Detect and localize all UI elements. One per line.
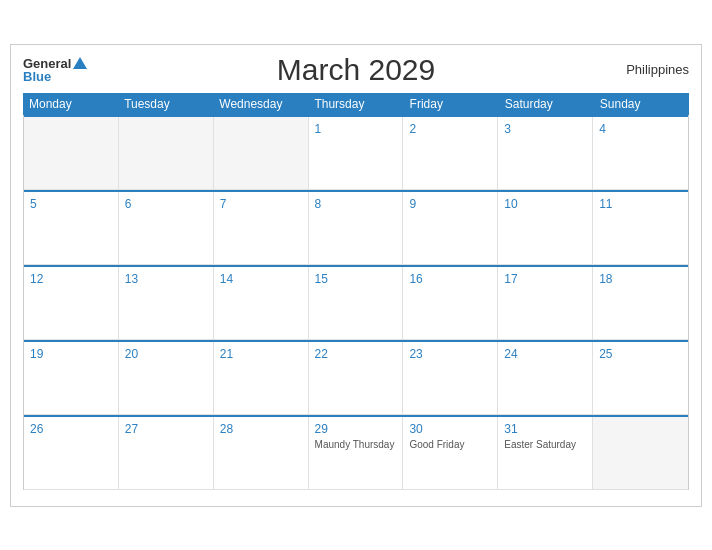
- day-cell: 30Good Friday: [403, 417, 498, 489]
- day-number: 7: [220, 197, 302, 211]
- day-cell: 3: [498, 117, 593, 189]
- country-label: Philippines: [626, 62, 689, 77]
- day-number: 18: [599, 272, 682, 286]
- day-number: 6: [125, 197, 207, 211]
- day-header-tuesday: Tuesday: [118, 93, 213, 115]
- day-number: 17: [504, 272, 586, 286]
- calendar-grid: 1234567891011121314151617181920212223242…: [23, 115, 689, 490]
- day-cell: 28: [214, 417, 309, 489]
- week-row-5: 26272829Maundy Thursday30Good Friday31Ea…: [24, 415, 688, 490]
- day-cell: 29Maundy Thursday: [309, 417, 404, 489]
- day-cell: 31Easter Saturday: [498, 417, 593, 489]
- day-cell: 23: [403, 342, 498, 414]
- day-header-monday: Monday: [23, 93, 118, 115]
- day-cell: 27: [119, 417, 214, 489]
- day-cell: 12: [24, 267, 119, 339]
- day-cell: 22: [309, 342, 404, 414]
- day-cell: 6: [119, 192, 214, 264]
- day-header-saturday: Saturday: [499, 93, 594, 115]
- day-event: Easter Saturday: [504, 438, 586, 451]
- day-number: 24: [504, 347, 586, 361]
- day-number: 5: [30, 197, 112, 211]
- logo-blue-text: Blue: [23, 70, 87, 83]
- week-row-2: 567891011: [24, 190, 688, 265]
- week-row-4: 19202122232425: [24, 340, 688, 415]
- day-cell: 1: [309, 117, 404, 189]
- day-number: 14: [220, 272, 302, 286]
- day-number: 22: [315, 347, 397, 361]
- day-cell: [24, 117, 119, 189]
- day-cell: 17: [498, 267, 593, 339]
- day-number: 27: [125, 422, 207, 436]
- day-number: 8: [315, 197, 397, 211]
- day-number: 29: [315, 422, 397, 436]
- week-row-3: 12131415161718: [24, 265, 688, 340]
- calendar-header: General Blue March 2029 Philippines: [23, 57, 689, 83]
- day-number: 19: [30, 347, 112, 361]
- day-headers-row: MondayTuesdayWednesdayThursdayFridaySatu…: [23, 93, 689, 115]
- day-cell: 16: [403, 267, 498, 339]
- day-number: 2: [409, 122, 491, 136]
- day-number: 9: [409, 197, 491, 211]
- day-header-sunday: Sunday: [594, 93, 689, 115]
- calendar-title: March 2029: [277, 53, 435, 87]
- day-cell: 7: [214, 192, 309, 264]
- day-number: 21: [220, 347, 302, 361]
- day-number: 30: [409, 422, 491, 436]
- day-cell: 4: [593, 117, 688, 189]
- day-event: Maundy Thursday: [315, 438, 397, 451]
- logo: General Blue: [23, 57, 87, 83]
- logo-general-text: General: [23, 57, 71, 70]
- day-number: 16: [409, 272, 491, 286]
- day-cell: 26: [24, 417, 119, 489]
- day-cell: 20: [119, 342, 214, 414]
- day-cell: 24: [498, 342, 593, 414]
- day-number: 25: [599, 347, 682, 361]
- day-header-friday: Friday: [404, 93, 499, 115]
- day-cell: 2: [403, 117, 498, 189]
- day-cell: 19: [24, 342, 119, 414]
- day-cell: 25: [593, 342, 688, 414]
- day-number: 15: [315, 272, 397, 286]
- day-cell: 5: [24, 192, 119, 264]
- day-cell: 14: [214, 267, 309, 339]
- day-header-wednesday: Wednesday: [213, 93, 308, 115]
- day-number: 26: [30, 422, 112, 436]
- day-cell: 10: [498, 192, 593, 264]
- day-cell: 15: [309, 267, 404, 339]
- day-cell: 9: [403, 192, 498, 264]
- day-number: 28: [220, 422, 302, 436]
- day-number: 4: [599, 122, 682, 136]
- day-number: 31: [504, 422, 586, 436]
- day-number: 20: [125, 347, 207, 361]
- week-row-1: 1234: [24, 115, 688, 190]
- day-event: Good Friday: [409, 438, 491, 451]
- calendar: General Blue March 2029 Philippines Mond…: [10, 44, 702, 507]
- logo-triangle-icon: [73, 57, 87, 69]
- day-number: 1: [315, 122, 397, 136]
- day-cell: [119, 117, 214, 189]
- day-cell: [214, 117, 309, 189]
- day-cell: 18: [593, 267, 688, 339]
- day-number: 10: [504, 197, 586, 211]
- day-cell: [593, 417, 688, 489]
- day-cell: 21: [214, 342, 309, 414]
- day-number: 11: [599, 197, 682, 211]
- day-cell: 8: [309, 192, 404, 264]
- day-cell: 11: [593, 192, 688, 264]
- day-header-thursday: Thursday: [308, 93, 403, 115]
- day-number: 23: [409, 347, 491, 361]
- day-cell: 13: [119, 267, 214, 339]
- day-number: 12: [30, 272, 112, 286]
- day-number: 3: [504, 122, 586, 136]
- day-number: 13: [125, 272, 207, 286]
